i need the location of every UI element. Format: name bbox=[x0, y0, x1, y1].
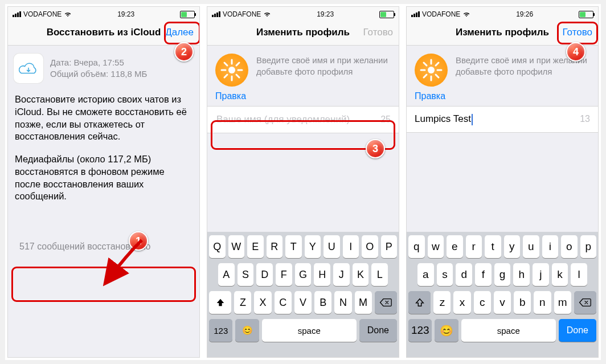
edit-photo-link[interactable]: Правка bbox=[215, 91, 391, 101]
key[interactable]: Y bbox=[305, 235, 321, 258]
wifi-icon bbox=[64, 10, 72, 18]
key[interactable]: M bbox=[355, 291, 372, 314]
key[interactable]: I bbox=[343, 235, 359, 258]
key[interactable]: D bbox=[256, 263, 273, 286]
signal-icon bbox=[212, 11, 220, 17]
key[interactable]: K bbox=[353, 263, 369, 286]
key[interactable]: S bbox=[238, 263, 254, 286]
space-key[interactable]: space bbox=[262, 319, 357, 342]
key[interactable]: t bbox=[485, 235, 501, 258]
key[interactable]: d bbox=[456, 263, 472, 286]
key[interactable]: A bbox=[218, 263, 235, 286]
done-button[interactable]: Готово bbox=[363, 20, 394, 45]
key[interactable]: H bbox=[314, 263, 330, 286]
battery-icon bbox=[379, 11, 394, 18]
key[interactable]: p bbox=[580, 235, 597, 258]
keyboard[interactable]: Q W E R T Y U I O P A S D F G H J K L bbox=[207, 232, 399, 357]
key[interactable]: E bbox=[247, 235, 264, 258]
numbers-key[interactable]: 123 bbox=[408, 319, 432, 342]
key[interactable]: i bbox=[542, 235, 559, 258]
space-key[interactable]: space bbox=[461, 319, 556, 342]
wifi-icon bbox=[462, 10, 470, 18]
key[interactable]: R bbox=[267, 235, 283, 258]
key[interactable]: X bbox=[254, 291, 271, 314]
page-title: Изменить профиль bbox=[224, 27, 382, 38]
key[interactable]: g bbox=[494, 263, 511, 286]
cloud-icon bbox=[14, 54, 43, 83]
highlight-restored bbox=[11, 267, 196, 302]
edit-photo-link[interactable]: Правка bbox=[415, 91, 590, 101]
key[interactable]: x bbox=[453, 291, 470, 314]
key[interactable]: k bbox=[552, 263, 568, 286]
clock: 19:23 bbox=[317, 10, 334, 18]
key[interactable]: c bbox=[474, 291, 491, 314]
key[interactable]: l bbox=[571, 263, 587, 286]
key[interactable]: q bbox=[408, 235, 425, 258]
svg-line-17 bbox=[424, 75, 427, 77]
key[interactable]: j bbox=[533, 263, 549, 286]
emoji-key[interactable]: 😊 bbox=[235, 319, 259, 342]
name-input[interactable] bbox=[215, 113, 376, 126]
keyboard-row-3: z x c v b n m bbox=[408, 291, 596, 314]
key[interactable]: Q bbox=[209, 235, 226, 258]
done-key[interactable]: Done bbox=[359, 319, 397, 342]
done-key[interactable]: Done bbox=[559, 319, 596, 342]
keyboard-row-4: 123 😊 space Done bbox=[209, 319, 397, 342]
key[interactable]: u bbox=[523, 235, 539, 258]
key[interactable]: v bbox=[494, 291, 511, 314]
name-field-row[interactable]: 25 bbox=[207, 106, 399, 133]
key[interactable]: m bbox=[554, 291, 571, 314]
key[interactable]: z bbox=[433, 291, 451, 314]
backup-info-card: Дата: Вчера, 17:55 Общий объём: 118,8 МБ bbox=[14, 54, 194, 83]
key[interactable]: r bbox=[466, 235, 482, 258]
backspace-key[interactable] bbox=[574, 291, 596, 314]
key[interactable]: O bbox=[362, 235, 378, 258]
emoji-key[interactable]: 😊 bbox=[435, 319, 458, 342]
numbers-key[interactable]: 123 bbox=[209, 319, 232, 342]
backspace-key[interactable] bbox=[375, 291, 397, 314]
key[interactable]: f bbox=[475, 263, 492, 286]
carrier-label: VODAFONE bbox=[422, 10, 460, 18]
key[interactable]: F bbox=[276, 263, 292, 286]
key[interactable]: N bbox=[334, 291, 351, 314]
key[interactable]: B bbox=[314, 291, 331, 314]
key[interactable]: L bbox=[371, 263, 388, 286]
signal-icon bbox=[411, 11, 420, 17]
key[interactable]: b bbox=[514, 291, 531, 314]
status-bar: VODAFONE 19:23 bbox=[207, 7, 399, 20]
key[interactable]: n bbox=[534, 291, 551, 314]
key[interactable]: a bbox=[417, 263, 434, 286]
status-bar: VODAFONE 19:23 bbox=[8, 7, 199, 20]
done-button[interactable]: Готово bbox=[563, 20, 593, 45]
key[interactable]: e bbox=[447, 235, 463, 258]
keyboard[interactable]: q w e r t y u i o p a s d f g h j k l bbox=[407, 232, 598, 357]
profile-hint: Введите своё имя и при желании добавьте … bbox=[256, 54, 391, 87]
shift-key[interactable] bbox=[408, 291, 431, 314]
svg-point-0 bbox=[228, 67, 235, 73]
key[interactable]: y bbox=[504, 235, 521, 258]
nav-bar: Восстановить из iCloud Далее bbox=[8, 20, 199, 46]
avatar[interactable] bbox=[215, 54, 248, 87]
key[interactable]: P bbox=[381, 235, 398, 258]
key[interactable]: W bbox=[228, 235, 245, 258]
restore-desc-1: Восстановите историю своих чатов из iClo… bbox=[15, 93, 193, 143]
keyboard-row-4: 123 😊 space Done bbox=[408, 319, 596, 342]
key[interactable]: G bbox=[295, 263, 312, 286]
shift-key[interactable] bbox=[209, 291, 231, 314]
key[interactable]: J bbox=[333, 263, 350, 286]
battery-icon bbox=[579, 11, 593, 18]
key[interactable]: C bbox=[275, 291, 292, 314]
key[interactable]: V bbox=[294, 291, 312, 314]
key[interactable]: Z bbox=[234, 291, 251, 314]
key[interactable]: s bbox=[437, 263, 453, 286]
key[interactable]: U bbox=[324, 235, 340, 258]
name-field-row[interactable]: Lumpics Test 13 bbox=[407, 106, 598, 133]
next-button[interactable]: Далее bbox=[165, 20, 194, 45]
key[interactable]: h bbox=[513, 263, 530, 286]
key[interactable]: T bbox=[285, 235, 302, 258]
char-count: 13 bbox=[580, 114, 590, 124]
key[interactable]: o bbox=[561, 235, 578, 258]
key[interactable]: w bbox=[428, 235, 444, 258]
name-input[interactable]: Lumpics Test bbox=[415, 113, 473, 125]
avatar[interactable] bbox=[415, 54, 448, 87]
